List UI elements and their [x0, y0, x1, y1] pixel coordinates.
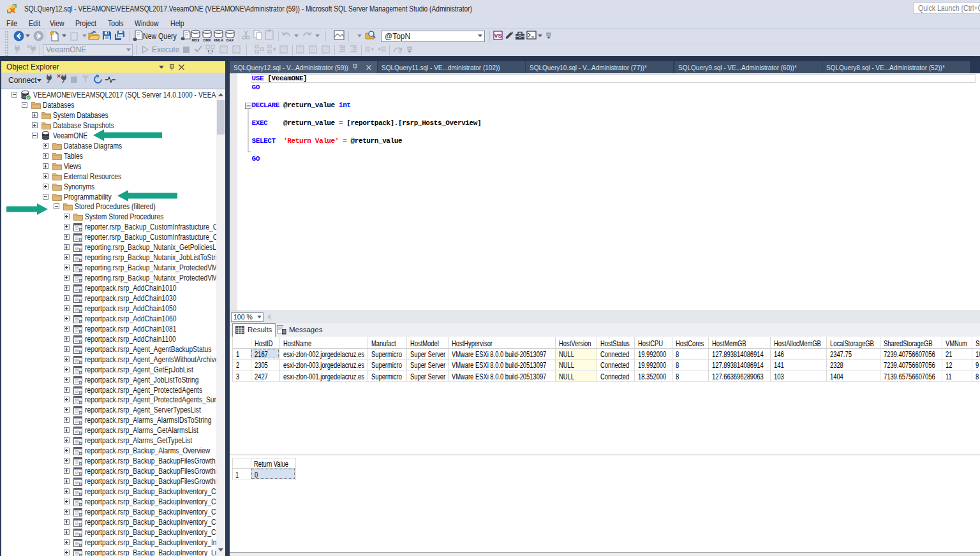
svg-text:XMLA: XMLA [214, 38, 223, 42]
svg-text:MDX: MDX [192, 38, 200, 42]
svg-text:DMX: DMX [204, 38, 211, 42]
svg-text:VS: VS [494, 33, 501, 39]
svg-text:DAX: DAX [226, 38, 234, 42]
